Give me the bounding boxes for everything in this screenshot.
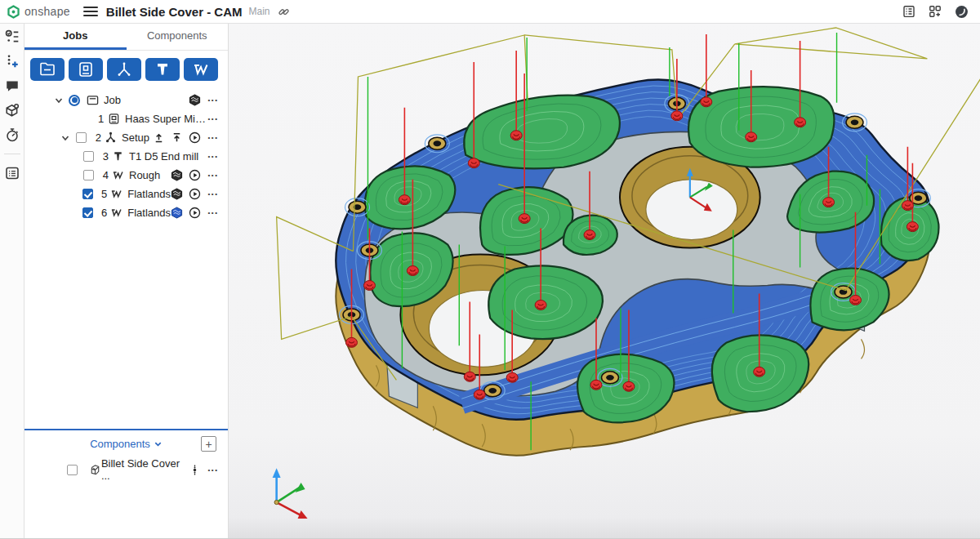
cam-panel: Jobs Components <box>24 23 229 538</box>
post-process-icon[interactable] <box>153 131 165 144</box>
stopwatch-icon[interactable] <box>5 127 20 142</box>
document-title: Billet Side Cover - CAM <box>106 5 243 19</box>
branch-label: Main <box>249 6 270 17</box>
simulate-icon[interactable] <box>189 94 201 106</box>
add-node-icon[interactable] <box>5 54 20 69</box>
tab-components[interactable]: Components <box>127 23 229 50</box>
components-header-label: Components <box>90 438 150 450</box>
setup-checkbox[interactable] <box>76 132 87 143</box>
overflow-menu-icon[interactable] <box>207 463 220 476</box>
flatlands2-checkbox[interactable] <box>82 207 93 218</box>
job-folder-icon <box>87 94 99 106</box>
add-operation-button[interactable] <box>184 58 218 81</box>
tree-row-tool[interactable]: 3 T1 D5 End mill <box>24 147 228 166</box>
new-job-button[interactable] <box>30 58 65 81</box>
top-bar: onshape Billet Side Cover - CAM Main <box>0 0 980 24</box>
generate-play-icon[interactable] <box>189 188 201 200</box>
toolpath-icon <box>110 207 122 219</box>
tree-label: Job <box>104 94 121 106</box>
cam-scene <box>229 23 980 538</box>
overflow-menu-icon[interactable] <box>207 169 220 182</box>
generate-play-icon[interactable] <box>189 207 201 219</box>
overflow-menu-icon[interactable] <box>207 131 220 145</box>
onshape-logo-icon <box>7 5 20 19</box>
simulate-icon-active[interactable] <box>171 207 183 219</box>
tree-label: Rough <box>129 169 160 181</box>
toolpath-icon <box>112 169 124 181</box>
generate-play-icon[interactable] <box>189 131 201 144</box>
tree-row-job[interactable]: Job <box>24 91 228 109</box>
add-machine-button[interactable] <box>69 58 103 81</box>
logo-text: onshape <box>24 5 70 18</box>
tree-row-machine[interactable]: 1 Haas Super Mini... <box>24 109 228 128</box>
chevron-down-icon[interactable] <box>54 96 64 105</box>
row-number: 6 <box>100 207 108 219</box>
row-number: 4 <box>100 169 109 181</box>
view-triad-icon[interactable] <box>273 468 308 519</box>
tree-label: Haas Super Mini... <box>125 113 207 125</box>
notes-icon[interactable] <box>5 166 20 180</box>
help-globe-icon[interactable] <box>954 4 969 19</box>
part-icon <box>89 464 101 476</box>
tree-row-flatlands-1[interactable]: 5 Flatlands <box>24 185 228 203</box>
overflow-menu-icon[interactable] <box>207 113 220 126</box>
tasks-icon[interactable] <box>5 29 20 44</box>
components-section: Components + Billet Side Cover ... <box>24 429 228 479</box>
panel-tabs: Jobs Components <box>24 23 228 51</box>
tool-icon <box>112 150 124 163</box>
chevron-down-icon <box>154 439 163 448</box>
apps-grid-icon[interactable] <box>928 4 942 19</box>
overflow-menu-icon[interactable] <box>207 188 220 201</box>
toolpath-icon <box>110 188 122 200</box>
axis-indicator-icon[interactable] <box>189 464 201 476</box>
overflow-menu-icon[interactable] <box>207 150 220 163</box>
tree-label: T1 D5 End mill <box>129 150 198 163</box>
overflow-menu-icon[interactable] <box>207 207 220 220</box>
jobs-tree: Job 1 Haas Super Mini... <box>24 87 228 222</box>
topbar-right-icons <box>902 4 980 19</box>
tree-row-setup[interactable]: 2 Setup <box>24 128 228 147</box>
overflow-menu-icon[interactable] <box>207 94 220 107</box>
comment-icon[interactable] <box>5 78 20 93</box>
simulate-icon[interactable] <box>171 169 183 181</box>
onshape-logo[interactable]: onshape <box>0 5 78 19</box>
tree-label: Flatlands <box>127 207 171 219</box>
component-checkbox[interactable] <box>67 465 78 475</box>
move-to-top-icon[interactable] <box>171 131 183 144</box>
job-radio[interactable] <box>69 95 80 106</box>
hamburger-menu-icon[interactable] <box>83 7 98 16</box>
row-number: 2 <box>93 131 101 144</box>
setup-icon <box>105 131 117 144</box>
component-row[interactable]: Billet Side Cover ... <box>24 460 228 479</box>
notes-list-icon[interactable] <box>902 4 916 19</box>
tree-row-rough[interactable]: 4 Rough <box>24 166 228 185</box>
components-header[interactable]: Components <box>90 438 163 450</box>
add-setup-button[interactable] <box>107 58 141 81</box>
onshape-cam-window: onshape Billet Side Cover - CAM Main <box>0 0 980 539</box>
flatlands1-checkbox[interactable] <box>82 189 93 199</box>
view-cube-icon[interactable] <box>5 103 20 118</box>
add-tool-button[interactable] <box>145 58 180 81</box>
simulate-icon[interactable] <box>171 188 183 200</box>
rough-checkbox[interactable] <box>83 170 94 180</box>
tool-checkbox[interactable] <box>83 151 94 162</box>
chevron-down-icon[interactable] <box>60 133 70 143</box>
jobs-toolbar <box>24 51 228 87</box>
tree-row-flatlands-2[interactable]: 6 Flatlands <box>24 203 228 222</box>
tree-label: Setup <box>122 131 149 144</box>
component-label: Billet Side Cover ... <box>101 457 189 482</box>
share-link-icon[interactable] <box>277 4 292 19</box>
row-number: 3 <box>100 150 109 163</box>
row-number: 1 <box>96 113 105 125</box>
tree-label: Flatlands <box>127 188 171 200</box>
generate-play-icon[interactable] <box>189 169 201 181</box>
row-number: 5 <box>100 188 108 200</box>
add-component-button[interactable]: + <box>201 436 216 452</box>
tab-jobs[interactable]: Jobs <box>24 23 127 50</box>
viewport-3d[interactable] <box>229 23 980 538</box>
left-tool-rail <box>0 23 24 538</box>
machine-icon <box>108 113 120 125</box>
